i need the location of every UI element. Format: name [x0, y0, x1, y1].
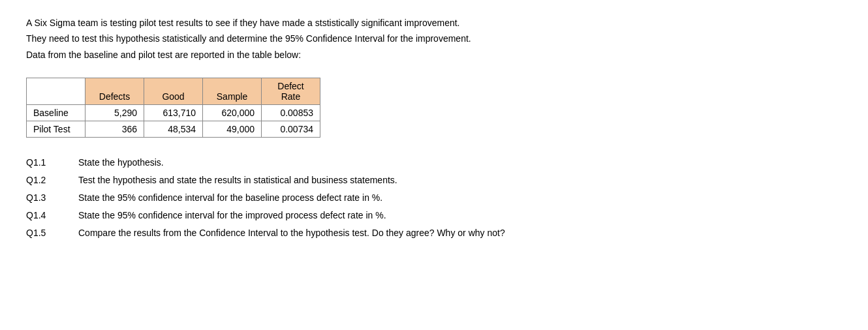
- header-defect-rate-line1: Defect: [277, 81, 303, 91]
- header-sample: Sample: [203, 78, 262, 105]
- header-defect-rate-line2: Rate: [281, 91, 301, 102]
- data-table-container: Defects Good Sample Defect Rate Baseline…: [26, 78, 842, 138]
- question-row: Q1.5Compare the results from the Confide…: [26, 226, 842, 240]
- header-good: Good: [144, 78, 203, 105]
- question-label: Q1.2: [26, 173, 78, 187]
- header-defects: Defects: [85, 78, 144, 105]
- question-text: State the 95% confidence interval for th…: [78, 209, 386, 222]
- question-label: Q1.3: [26, 191, 78, 205]
- intro-line1: A Six Sigma team is testing pilot test r…: [26, 16, 842, 30]
- question-text: State the 95% confidence interval for th…: [78, 191, 382, 205]
- questions-section: Q1.1State the hypothesis.Q1.2Test the hy…: [26, 156, 842, 240]
- row-defects: 5,290: [85, 105, 144, 121]
- header-defect-rate: Defect Rate: [262, 78, 320, 105]
- question-row: Q1.2Test the hypothesis and state the re…: [26, 173, 842, 187]
- question-text: State the hypothesis.: [78, 156, 164, 170]
- row-defect-rate: 0.00853: [262, 105, 320, 121]
- header-empty: [27, 78, 85, 105]
- table-row: Pilot Test36648,53449,0000.00734: [27, 121, 320, 138]
- question-text: Test the hypothesis and state the result…: [78, 173, 397, 187]
- question-label: Q1.1: [26, 156, 78, 170]
- row-label: Baseline: [27, 105, 85, 121]
- data-table: Defects Good Sample Defect Rate Baseline…: [26, 78, 320, 138]
- table-row: Baseline5,290613,710620,0000.00853: [27, 105, 320, 121]
- row-sample: 49,000: [203, 121, 262, 138]
- question-row: Q1.1State the hypothesis.: [26, 156, 842, 170]
- table-header-row: Defects Good Sample Defect Rate: [27, 78, 320, 105]
- row-good: 613,710: [144, 105, 203, 121]
- question-row: Q1.4State the 95% confidence interval fo…: [26, 209, 842, 222]
- question-label: Q1.4: [26, 209, 78, 222]
- intro-section: A Six Sigma team is testing pilot test r…: [26, 16, 842, 62]
- question-text: Compare the results from the Confidence …: [78, 226, 505, 240]
- intro-line2: They need to test this hypothesis statis…: [26, 31, 842, 46]
- row-label: Pilot Test: [27, 121, 85, 138]
- row-defects: 366: [85, 121, 144, 138]
- row-good: 48,534: [144, 121, 203, 138]
- intro-line3: Data from the baseline and pilot test ar…: [26, 48, 842, 62]
- question-label: Q1.5: [26, 226, 78, 240]
- row-defect-rate: 0.00734: [262, 121, 320, 138]
- row-sample: 620,000: [203, 105, 262, 121]
- question-row: Q1.3State the 95% confidence interval fo…: [26, 191, 842, 205]
